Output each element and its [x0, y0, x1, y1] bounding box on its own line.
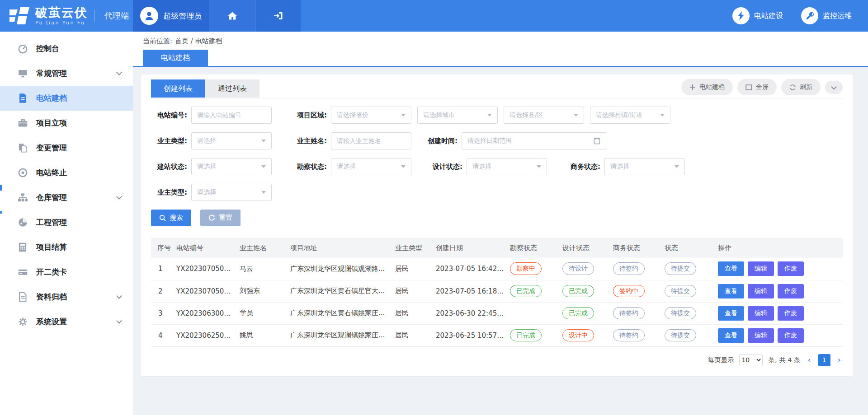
design-status-select[interactable]: 请选择 — [467, 158, 547, 175]
breadcrumb: 当前位置: 首页 / 电站建档 — [133, 32, 868, 51]
nav-monitor-ops[interactable]: 监控运维 — [801, 7, 852, 24]
caret-down-icon — [401, 114, 406, 117]
briefcase-icon — [17, 118, 28, 129]
void-button[interactable]: 作废 — [778, 328, 804, 343]
sidebar-item-change-mgmt[interactable]: 变更管理 — [0, 135, 133, 160]
page-tab-station-filing[interactable]: 电站建档 — [143, 50, 208, 66]
business-status-select[interactable]: 请选择 — [604, 158, 685, 175]
sidebar-item-general-mgmt[interactable]: 常规管理 — [0, 61, 133, 86]
sidebar-item-project-initiation[interactable]: 项目立项 — [0, 111, 133, 135]
filter-label-owner-type2: 业主类型: — [151, 188, 187, 197]
sidebar-item-archive[interactable]: 资料归档 — [0, 284, 133, 309]
nav-station-build[interactable]: 电站建设 — [732, 7, 783, 24]
total-count-label: 条, 共 4 条 — [768, 356, 800, 364]
edit-button[interactable]: 编辑 — [748, 306, 774, 321]
owner-name-input[interactable] — [331, 132, 411, 149]
void-button[interactable]: 作废 — [778, 306, 804, 321]
chevron-down-icon — [116, 194, 122, 200]
survey-status-select[interactable]: 请选择 — [331, 158, 411, 175]
void-button[interactable]: 作废 — [778, 284, 804, 298]
per-page-label: 每页显示 — [708, 356, 734, 364]
wrench-icon — [806, 12, 814, 20]
date-range-picker[interactable]: 请选择日期范围 — [462, 132, 606, 149]
filter-label-region: 项目区域: — [291, 111, 327, 120]
home-icon — [227, 11, 237, 20]
caret-down-icon — [660, 114, 665, 117]
status-badge: 已完成 — [510, 329, 542, 342]
province-select[interactable]: 请选择省份 — [331, 107, 411, 124]
tab-create-list[interactable]: 创建列表 — [151, 79, 205, 98]
next-page-button[interactable]: › — [836, 356, 843, 364]
town-select[interactable]: 请选择村镇/街道 — [590, 107, 670, 124]
status-badge: 待提交 — [665, 262, 696, 275]
calendar-icon — [594, 137, 600, 145]
user-icon — [143, 10, 155, 22]
logout-button[interactable] — [255, 0, 301, 32]
portal-label: 代理端 — [104, 10, 129, 21]
search-button[interactable]: 搜索 — [151, 210, 191, 226]
edit-button[interactable]: 编辑 — [748, 284, 774, 298]
gear-icon — [17, 317, 28, 327]
view-button[interactable]: 查看 — [718, 306, 744, 321]
sidebar-item-console[interactable]: 控制台 — [0, 36, 133, 61]
table-row: 1 YX2023070500011 马云 广东深圳龙华区观澜镇观湖路... 居民… — [151, 258, 843, 280]
refresh-icon — [789, 84, 796, 91]
edit-button[interactable]: 编辑 — [748, 261, 774, 276]
caret-down-icon — [675, 165, 679, 168]
breadcrumb-path[interactable]: 首页 / 电站建档 — [175, 37, 222, 46]
view-button[interactable]: 查看 — [718, 328, 744, 343]
sidebar-item-class2-card[interactable]: 开二类卡 — [0, 260, 133, 284]
tab-passed-list[interactable]: 通过列表 — [205, 79, 259, 98]
table-header-row: 序号 电站编号 业主姓名 项目地址 业主类型 创建日期 勘察状态 设计状态 商务… — [151, 238, 843, 258]
table-row: 3 YX2023063000009 学员 广东深圳龙华区黄石镇姚家庄... 居民… — [151, 302, 843, 324]
filter-label-survey-status: 勘察状态: — [291, 163, 327, 171]
user-menu[interactable]: 超级管理员 — [133, 0, 209, 32]
sidebar-item-station-filing[interactable]: 电站建档 — [0, 86, 133, 111]
sitemap-icon — [17, 192, 28, 203]
current-page-button[interactable]: 1 — [818, 354, 830, 366]
sidebar-item-warehouse-mgmt[interactable]: 仓库管理 — [0, 185, 133, 210]
county-select[interactable]: 请选择县/区 — [504, 107, 584, 124]
filter-label-owner-name: 业主姓名: — [291, 137, 327, 145]
status-badge: 设计中 — [562, 329, 594, 342]
owner-type2-select[interactable]: 请选择 — [191, 184, 272, 201]
sidebar-item-project-settlement[interactable]: 项目结算 — [0, 235, 133, 260]
status-badge: 待提交 — [665, 329, 696, 342]
copy-icon — [17, 143, 28, 154]
build-status-select[interactable]: 请选择 — [191, 158, 272, 175]
caret-down-icon — [487, 114, 492, 117]
pagination: 每页显示 10 条, 共 4 条 ‹ 1 › — [151, 354, 843, 366]
chevron-down-icon — [116, 318, 122, 324]
sidebar-item-system-settings[interactable]: 系统设置 — [0, 309, 133, 334]
owner-type-select[interactable]: 请选择 — [191, 132, 272, 149]
collapse-toolbar-button[interactable] — [825, 81, 843, 94]
view-button[interactable]: 查看 — [718, 284, 744, 298]
gauge-icon — [17, 217, 28, 228]
chevron-down-icon — [116, 70, 122, 75]
filter-label-station-no: 电站编号: — [151, 111, 187, 120]
caret-down-icon — [401, 165, 406, 168]
logout-icon — [274, 11, 283, 20]
status-badge: 已完成 — [562, 307, 594, 320]
table-row: 4 YX2023062500004 姚思 广东深圳龙华区观澜镇姚家庄... 居民… — [151, 324, 843, 346]
refresh-button[interactable]: 刷新 — [781, 79, 821, 95]
status-badge: 待提交 — [665, 307, 696, 320]
prev-page-button[interactable]: ‹ — [806, 356, 813, 364]
sidebar-item-engineering-mgmt[interactable]: 工程管理 — [0, 210, 133, 235]
create-station-button[interactable]: 电站建档 — [681, 79, 733, 95]
edit-button[interactable]: 编辑 — [748, 328, 774, 343]
per-page-select[interactable]: 10 — [739, 354, 763, 366]
fullscreen-icon — [745, 84, 752, 90]
document-icon — [17, 93, 28, 104]
reset-button[interactable]: 重置 — [200, 210, 241, 226]
home-button[interactable] — [209, 0, 255, 32]
status-badge: 勘察中 — [510, 262, 542, 275]
void-button[interactable]: 作废 — [778, 261, 804, 276]
city-select[interactable]: 请选择城市 — [417, 107, 498, 124]
divider — [94, 10, 94, 22]
station-no-input[interactable] — [191, 107, 272, 124]
breadcrumb-prefix: 当前位置: — [143, 37, 172, 46]
fullscreen-button[interactable]: 全屏 — [737, 79, 777, 95]
sidebar-item-station-termination[interactable]: 电站终止 — [0, 160, 133, 185]
view-button[interactable]: 查看 — [718, 261, 744, 276]
